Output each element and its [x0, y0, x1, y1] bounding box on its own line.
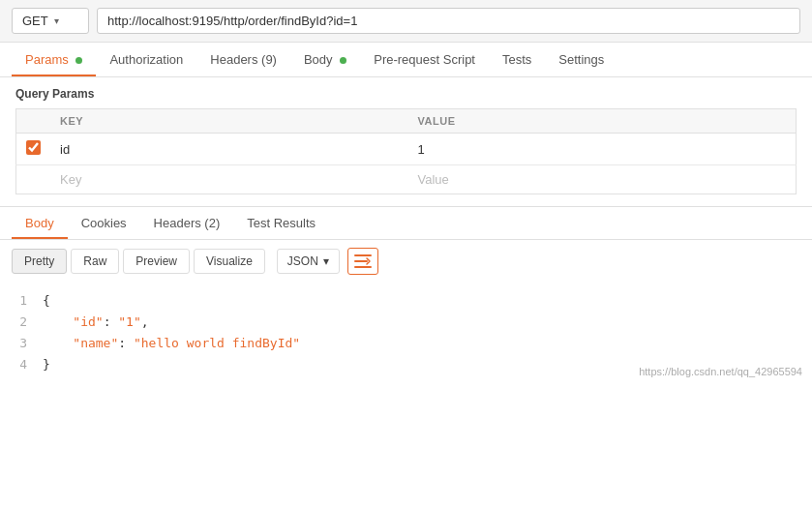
- row-value-cell-placeholder[interactable]: Value: [408, 165, 797, 194]
- body-toolbar: Pretty Raw Preview Visualize JSON ▾: [0, 240, 812, 283]
- col-header-value: VALUE: [408, 109, 797, 134]
- tab-prerequest[interactable]: Pre-request Script: [360, 43, 489, 76]
- url-bar: GET ▾: [0, 0, 812, 43]
- response-tab-test-results[interactable]: Test Results: [233, 207, 329, 239]
- body-dot: [340, 57, 346, 64]
- row-key-cell-placeholder[interactable]: Key: [50, 165, 408, 194]
- row-checkbox-cell: [16, 134, 51, 165]
- col-header-key: KEY: [50, 109, 408, 134]
- request-tabs: Params Authorization Headers (9) Body Pr…: [0, 43, 812, 77]
- format-type-label: JSON: [287, 254, 318, 268]
- table-row: id 1: [16, 134, 797, 165]
- format-visualize[interactable]: Visualize: [194, 249, 265, 274]
- table-row: Key Value: [16, 165, 797, 194]
- tab-tests[interactable]: Tests: [489, 43, 545, 76]
- json-line-1: 1 {: [12, 290, 800, 312]
- section-title: Query Params: [15, 87, 797, 101]
- row-checkbox[interactable]: [26, 140, 41, 155]
- col-header-check: [16, 109, 51, 134]
- url-input[interactable]: [97, 8, 800, 34]
- tab-params[interactable]: Params: [12, 43, 96, 76]
- line-number: 3: [12, 333, 27, 354]
- response-tabs: Body Cookies Headers (2) Test Results: [0, 207, 812, 240]
- json-brace-close: }: [43, 354, 50, 375]
- format-raw[interactable]: Raw: [71, 249, 119, 274]
- line-number: 4: [12, 354, 27, 375]
- row-value-placeholder: Value: [418, 172, 449, 187]
- method-label: GET: [22, 14, 48, 28]
- response-tab-body[interactable]: Body: [12, 207, 68, 239]
- tab-authorization[interactable]: Authorization: [96, 43, 196, 76]
- wrap-icon: [354, 254, 372, 269]
- tab-body[interactable]: Body: [290, 43, 360, 76]
- format-type-select[interactable]: JSON ▾: [277, 249, 340, 274]
- query-params-section: Query Params KEY VALUE id: [0, 77, 812, 198]
- json-line-2: 2 "id": "1",: [12, 312, 800, 333]
- row-key-placeholder: Key: [60, 172, 81, 187]
- row-value-cell[interactable]: 1: [408, 134, 797, 165]
- row-key-cell[interactable]: id: [50, 134, 408, 165]
- json-brace-open: {: [43, 290, 50, 312]
- json-id-line: "id": "1",: [43, 312, 149, 333]
- response-section: Body Cookies Headers (2) Test Results Pr…: [0, 207, 812, 383]
- svg-rect-2: [354, 266, 372, 268]
- json-name-line: "name": "hello world findById": [43, 333, 300, 354]
- response-tab-headers[interactable]: Headers (2): [140, 207, 234, 239]
- format-preview[interactable]: Preview: [123, 249, 190, 274]
- wrap-button[interactable]: [347, 248, 378, 275]
- params-dot: [75, 57, 82, 64]
- params-table: KEY VALUE id 1: [15, 108, 797, 194]
- tab-headers[interactable]: Headers (9): [196, 43, 290, 76]
- response-tab-cookies[interactable]: Cookies: [68, 207, 140, 239]
- line-number: 1: [12, 290, 27, 312]
- json-line-3: 3 "name": "hello world findById": [12, 333, 800, 354]
- svg-rect-1: [354, 260, 368, 262]
- format-type-chevron: ▾: [323, 254, 329, 268]
- method-select[interactable]: GET ▾: [12, 8, 89, 34]
- watermark: https://blog.csdn.net/qq_42965594: [639, 366, 802, 377]
- svg-rect-0: [354, 254, 372, 256]
- tab-settings[interactable]: Settings: [545, 43, 617, 76]
- line-number: 2: [12, 312, 27, 333]
- format-pretty[interactable]: Pretty: [12, 249, 67, 274]
- row-value: 1: [418, 142, 425, 157]
- row-key: id: [60, 142, 70, 157]
- chevron-icon: ▾: [54, 15, 59, 26]
- row-checkbox-cell-empty: [16, 165, 51, 194]
